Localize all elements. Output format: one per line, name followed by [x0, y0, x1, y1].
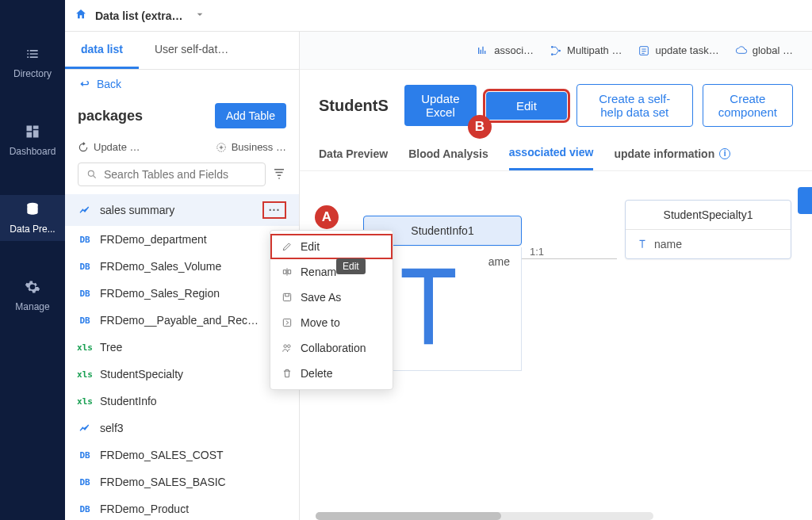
back-link[interactable]: Back — [65, 70, 299, 98]
svg-rect-8 — [283, 319, 290, 326]
diagram-node-studentspecialty[interactable]: StudentSpecialty1 name — [625, 200, 791, 259]
list-item[interactable]: DBFRDemo_Sales_Volume — [65, 253, 299, 280]
badge-b: B — [468, 115, 492, 139]
list-icon — [25, 46, 40, 62]
multipath-icon — [550, 44, 562, 57]
db-icon: DB — [78, 235, 92, 245]
list-item-label: self3 — [100, 422, 286, 434]
list-item[interactable]: DBFRDemo_Product — [65, 495, 299, 520]
toolbar-updatetask[interactable]: update task… — [638, 44, 718, 57]
toolbar-associ[interactable]: associ… — [477, 44, 534, 57]
svg-rect-7 — [283, 293, 290, 300]
breadcrumb-bar: Data list (extra… — [65, 0, 812, 32]
right-handle[interactable] — [798, 187, 812, 214]
svg-point-3 — [551, 46, 553, 48]
main-toolbar: associ… Multipath … update task… global … — [300, 32, 812, 70]
subtab-assoc[interactable]: associated view — [509, 136, 594, 170]
svg-point-9 — [284, 345, 287, 348]
create-self-button[interactable]: Create a self-help data set — [576, 84, 693, 127]
subtab-update[interactable]: update informationi — [614, 136, 730, 170]
more-button[interactable]: ··· — [262, 201, 286, 219]
db-icon: DB — [78, 289, 92, 299]
home-icon[interactable] — [75, 8, 87, 23]
list-item-label: FRDemo_SALES_BASIC — [100, 476, 286, 488]
db-icon: DB — [78, 477, 92, 488]
toolbar-multipath[interactable]: Multipath … — [550, 44, 622, 57]
add-table-button[interactable]: Add Table — [215, 103, 286, 128]
chevron-down-icon[interactable] — [193, 8, 206, 23]
gear-icon — [25, 279, 40, 295]
list-item[interactable]: xlsTree — [65, 334, 299, 361]
business-link[interactable]: Business … — [216, 141, 286, 153]
list-item[interactable]: DBFRDemo__Payable_and_Rec… — [65, 307, 299, 334]
create-component-button[interactable]: Create component — [703, 84, 793, 127]
search-input-wrap[interactable] — [78, 162, 266, 186]
nav-dashboard[interactable]: Dashboard — [0, 117, 65, 163]
refresh-icon — [78, 142, 89, 153]
ctx-saveas[interactable]: Save As — [270, 285, 393, 310]
list-item[interactable]: self3 — [65, 415, 299, 442]
list-item[interactable]: DBFRDemo_SALES_BASIC — [65, 468, 299, 495]
list-item[interactable]: xlsStudentInfo — [65, 388, 299, 415]
search-icon — [86, 169, 98, 180]
tooltip: Edit — [336, 258, 366, 274]
nav-manage[interactable]: Manage — [0, 273, 65, 319]
ctx-edit[interactable]: Edit — [270, 234, 393, 259]
nav-dashboard-label: Dashboard — [10, 146, 56, 157]
db-icon: DB — [78, 315, 92, 326]
dashboard-icon — [25, 124, 40, 140]
nav-directory[interactable]: Directory — [0, 40, 65, 86]
list-item-label: Tree — [100, 341, 286, 354]
page-title: Data list (extra… — [95, 10, 182, 22]
trash-icon — [282, 368, 293, 379]
chart-icon — [78, 204, 92, 216]
ctx-collab[interactable]: Collaboration — [270, 335, 393, 361]
db-icon: DB — [78, 262, 92, 272]
ctx-delete[interactable]: Delete — [270, 361, 393, 386]
table-list[interactable]: sales summary···DBFRDemo_departmentDBFRD… — [65, 194, 299, 520]
ctx-rename[interactable]: Renam — [270, 259, 393, 285]
list-item-label: StudentSpecialty — [100, 368, 286, 380]
database-icon — [25, 201, 40, 217]
list-item-label: FRDemo_department — [100, 233, 286, 246]
packages-heading: packages — [78, 108, 143, 124]
plus-circle-icon — [216, 142, 227, 153]
list-item-label: FRDemo_Product — [100, 503, 286, 515]
back-icon — [78, 78, 90, 90]
node-title: StudentSpecialty1 — [626, 201, 791, 230]
context-menu: Edit Renam Save As Move to Collaboration… — [270, 230, 393, 390]
xls-icon: xls — [78, 342, 92, 353]
badge-a: A — [315, 205, 339, 229]
ctx-moveto[interactable]: Move to — [270, 310, 393, 335]
rename-icon — [282, 266, 293, 277]
update-link[interactable]: Update … — [78, 141, 140, 153]
horizontal-scrollbar[interactable] — [316, 512, 653, 520]
tab-data-list[interactable]: data list — [65, 32, 139, 69]
search-input[interactable] — [104, 168, 257, 181]
filter-icon[interactable] — [272, 166, 286, 183]
svg-point-2 — [88, 170, 94, 176]
people-icon — [282, 342, 293, 354]
subtab-blood[interactable]: Blood Analysis — [408, 136, 488, 170]
db-icon: DB — [78, 504, 92, 514]
svg-point-5 — [558, 49, 561, 52]
list-item[interactable]: DBFRDemo_Sales_Region — [65, 280, 299, 307]
svg-point-10 — [288, 345, 291, 348]
nav-manage-label: Manage — [15, 301, 49, 312]
text-field-icon — [637, 239, 648, 250]
tab-self-data[interactable]: User self-dat… — [139, 32, 244, 69]
subtab-preview[interactable]: Data Preview — [319, 136, 388, 170]
list-item[interactable]: sales summary··· — [65, 194, 299, 226]
list-item[interactable]: DBFRDemo_department — [65, 226, 299, 253]
nav-data-prepare[interactable]: Data Pre... — [0, 195, 65, 241]
edit-button[interactable]: Edit — [486, 92, 567, 120]
list-item[interactable]: xlsStudentSpecialty — [65, 361, 299, 388]
info-icon: i — [719, 148, 730, 159]
toolbar-global[interactable]: global … — [735, 44, 793, 57]
list-item-label: StudentInfo — [100, 395, 286, 407]
update-excel-button[interactable]: Update Excel — [404, 85, 477, 126]
back-label: Back — [97, 78, 121, 90]
cloud-icon — [735, 44, 748, 57]
list-item[interactable]: DBFRDemo_SALES_COST — [65, 442, 299, 468]
dataset-title: StudentS — [319, 97, 389, 115]
